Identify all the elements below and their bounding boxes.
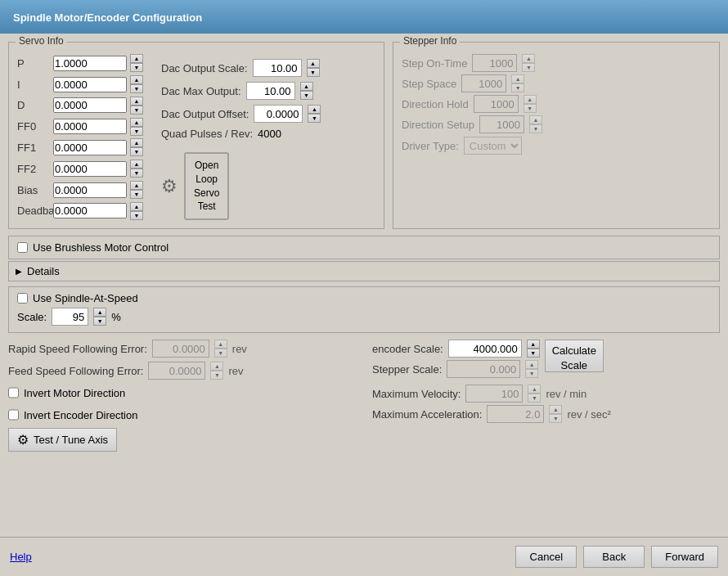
- ff0-input[interactable]: [53, 119, 127, 134]
- d-up[interactable]: ▲: [130, 97, 143, 106]
- ff2-input[interactable]: [53, 161, 127, 177]
- scale-up[interactable]: ▲: [93, 308, 106, 317]
- step-on-time-down: ▼: [522, 63, 535, 72]
- encoder-scale-down[interactable]: ▼: [527, 349, 540, 358]
- bias-spinner[interactable]: ▲ ▼: [130, 181, 146, 199]
- direction-setup-down: ▼: [529, 124, 542, 133]
- brushless-motor-checkbox[interactable]: [17, 242, 28, 253]
- step-space-spinner: ▲ ▼: [511, 74, 524, 92]
- scale-input[interactable]: [52, 308, 88, 326]
- cancel-button[interactable]: Cancel: [515, 546, 577, 568]
- ff1-up[interactable]: ▲: [130, 138, 143, 147]
- ff1-down[interactable]: ▼: [130, 147, 143, 156]
- deadband-up[interactable]: ▲: [130, 202, 143, 211]
- p-up[interactable]: ▲: [130, 54, 143, 63]
- driver-type-label: Driver Type:: [402, 140, 459, 152]
- ff0-down[interactable]: ▼: [130, 127, 143, 136]
- stepper-scale-spinner: ▲ ▼: [525, 360, 538, 378]
- invert-motor-checkbox[interactable]: [8, 384, 19, 402]
- step-on-time-spinner: ▲ ▼: [522, 54, 535, 72]
- tune-axis-btn[interactable]: ⚙ Test / Tune Axis: [8, 428, 117, 452]
- stepper-scale-input: [447, 360, 520, 378]
- p-spinner[interactable]: ▲ ▼: [130, 54, 146, 72]
- stepper-info-label: Stepper Info: [400, 35, 460, 47]
- dac-offset-down[interactable]: ▼: [308, 114, 321, 123]
- i-input[interactable]: [53, 77, 127, 92]
- dac-output-scale-up[interactable]: ▲: [307, 59, 320, 68]
- bias-up[interactable]: ▲: [130, 181, 143, 190]
- invert-encoder-checkbox[interactable]: [8, 406, 19, 424]
- d-label: D: [17, 99, 50, 111]
- deadband-down[interactable]: ▼: [130, 211, 143, 220]
- dac-max-down[interactable]: ▼: [300, 91, 313, 100]
- ff2-down[interactable]: ▼: [130, 169, 143, 178]
- title-bar: Spindle Motor/Encoder Configuration: [0, 0, 728, 34]
- max-accel-up: ▲: [549, 405, 562, 414]
- bias-label: Bias: [17, 184, 50, 196]
- max-velocity-label: Maximum Velocity:: [372, 388, 461, 400]
- i-spinner[interactable]: ▲ ▼: [130, 75, 146, 93]
- i-down[interactable]: ▼: [130, 84, 143, 93]
- servo-info-group: Servo Info P ▲ ▼ I ▲ ▼: [8, 42, 384, 229]
- i-up[interactable]: ▲: [130, 75, 143, 84]
- direction-setup-label: Direction Setup: [402, 119, 474, 131]
- dac-offset-up[interactable]: ▲: [308, 105, 321, 114]
- ff1-input[interactable]: [53, 140, 127, 155]
- ff2-spinner[interactable]: ▲ ▼: [130, 160, 146, 178]
- max-velocity-up: ▲: [528, 385, 541, 394]
- max-velocity-input: [465, 385, 523, 403]
- direction-hold-label: Direction Hold: [402, 98, 469, 110]
- bias-down[interactable]: ▼: [130, 190, 143, 199]
- bias-input[interactable]: [53, 182, 127, 198]
- spindle-at-speed-label: Use Spindle-At-Speed: [33, 292, 138, 304]
- spindle-at-speed-checkbox[interactable]: [17, 293, 28, 304]
- scale-down[interactable]: ▼: [93, 317, 106, 326]
- stepper-scale-label: Stepper Scale:: [372, 363, 442, 376]
- rapid-speed-spinner: ▲ ▼: [214, 340, 227, 358]
- quad-pulses-label: Quad Pulses / Rev:: [161, 128, 253, 140]
- p-down[interactable]: ▼: [130, 63, 143, 72]
- help-button[interactable]: Help: [10, 551, 32, 563]
- dac-output-offset-input[interactable]: [254, 105, 303, 123]
- direction-hold-spinner: ▲ ▼: [524, 95, 537, 113]
- invert-motor-label: Invert Motor Direction: [24, 387, 125, 399]
- open-loop-btn[interactable]: OpenLoopServoTest: [184, 152, 229, 220]
- encoder-scale-spinner[interactable]: ▲ ▼: [527, 340, 540, 358]
- scale-label: Scale:: [17, 311, 47, 323]
- deadband-spinner[interactable]: ▲ ▼: [130, 202, 146, 220]
- d-down[interactable]: ▼: [130, 106, 143, 115]
- dac-max-output-label: Dac Max Output:: [161, 85, 241, 97]
- d-input[interactable]: [53, 97, 127, 113]
- details-row[interactable]: ▶ Details: [8, 261, 720, 281]
- dac-max-output-spinner[interactable]: ▲ ▼: [300, 82, 313, 100]
- dac-output-scale-spinner[interactable]: ▲ ▼: [307, 59, 320, 77]
- dac-max-output-input[interactable]: [246, 82, 295, 100]
- i-label: I: [17, 79, 50, 91]
- quad-pulses-value: 4000: [258, 128, 281, 140]
- ff0-up[interactable]: ▲: [130, 118, 143, 127]
- dac-output-scale-label: Dac Output Scale:: [161, 62, 248, 74]
- dac-output-scale-input[interactable]: [253, 59, 302, 77]
- deadband-input[interactable]: [53, 203, 127, 218]
- ff1-spinner[interactable]: ▲ ▼: [130, 138, 146, 156]
- forward-button[interactable]: Forward: [651, 546, 718, 568]
- invert-encoder-label: Invert Encoder Direction: [24, 409, 137, 421]
- spindle-at-speed-box: Use Spindle-At-Speed Scale: ▲ ▼ %: [8, 286, 720, 333]
- dac-output-scale-down[interactable]: ▼: [307, 68, 320, 77]
- scale-spinner[interactable]: ▲ ▼: [93, 308, 106, 326]
- dac-max-up[interactable]: ▲: [300, 82, 313, 91]
- back-button[interactable]: Back: [583, 546, 645, 568]
- calculate-scale-btn[interactable]: CalculateScale: [545, 340, 604, 372]
- rapid-speed-up: ▲: [214, 340, 227, 349]
- ff2-label: FF2: [17, 163, 50, 175]
- p-input[interactable]: [53, 56, 127, 71]
- encoder-scale-input[interactable]: [448, 340, 522, 358]
- direction-setup-up: ▲: [529, 115, 542, 124]
- ff2-up[interactable]: ▲: [130, 160, 143, 169]
- dac-output-offset-spinner[interactable]: ▲ ▼: [308, 105, 321, 123]
- feed-speed-unit: rev: [228, 365, 243, 377]
- encoder-scale-up[interactable]: ▲: [527, 340, 540, 349]
- step-on-time-label: Step On-Time: [402, 57, 467, 70]
- ff0-spinner[interactable]: ▲ ▼: [130, 118, 146, 136]
- d-spinner[interactable]: ▲ ▼: [130, 97, 146, 115]
